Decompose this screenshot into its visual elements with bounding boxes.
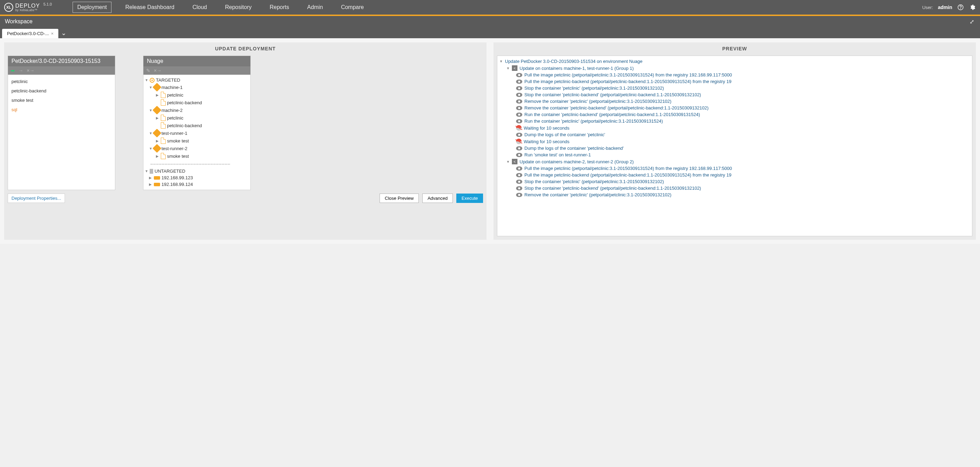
preview-step[interactable]: Stop the container 'petclinic' (petporta…	[500, 85, 970, 91]
preview-step[interactable]: ▼<Update on containers machine-2, test-r…	[500, 158, 970, 165]
execute-button[interactable]: Execute	[456, 194, 483, 203]
preview-step[interactable]: Stop the container 'petclinic-backend' (…	[500, 185, 970, 191]
deployed-item[interactable]: petclinic	[167, 92, 183, 98]
tree-toggle-icon[interactable]: ▼	[145, 169, 148, 173]
tab-menu-icon[interactable]: ⌄	[61, 29, 66, 37]
close-tab-icon[interactable]: ×	[51, 31, 54, 36]
collapse-icon[interactable]: ⤢	[968, 18, 975, 25]
tree-toggle-icon[interactable]: ▼	[506, 160, 510, 164]
settings-icon[interactable]	[969, 4, 976, 11]
remove-arrow-icon[interactable]: ×→	[154, 68, 161, 73]
preview-step[interactable]: Remove the container 'petclinic' (petpor…	[500, 98, 970, 105]
tree-toggle-icon[interactable]: ▶	[156, 116, 159, 120]
top-bar: XL DEPLOY by XebiaLabs™ 5.1.0 Deployment…	[0, 0, 980, 14]
preview-step[interactable]: Stop the container 'petclinic' (petporta…	[500, 178, 970, 185]
machine-name[interactable]: machine-2	[161, 108, 183, 113]
preview-step[interactable]: Waiting for 10 seconds	[500, 124, 970, 131]
tree-toggle-icon[interactable]: ▼	[149, 147, 153, 150]
nav-deployment[interactable]: Deployment	[73, 2, 111, 13]
nav-repository[interactable]: Repository	[221, 2, 256, 13]
package-item[interactable]: sql	[8, 105, 115, 114]
preview-step-label: Update on containers machine-2, test-run…	[520, 159, 634, 164]
tree-toggle-icon[interactable]: ▶	[149, 176, 153, 180]
deployed-item[interactable]: petclinic-backend	[167, 100, 202, 105]
tree-toggle-icon[interactable]: ▼	[149, 131, 153, 135]
edit-icon[interactable]: ✎	[146, 68, 150, 73]
nav-release-dashboard[interactable]: Release Dashboard	[121, 2, 178, 13]
preview-panel: PREVIEW ▼Update PetDocker 3.0-CD-2015090…	[493, 42, 976, 240]
host-icon	[154, 176, 160, 180]
preview-step[interactable]: Waiting for 10 seconds	[500, 138, 970, 145]
preview-step-label: Run 'smoke test' on test-runner-1	[524, 152, 591, 158]
deployed-item[interactable]: petclinic	[167, 115, 183, 121]
advanced-button[interactable]: Advanced	[422, 194, 453, 203]
machine-name[interactable]: test-runner-2	[161, 146, 187, 151]
deployed-item[interactable]: smoke test	[167, 154, 189, 159]
preview-step[interactable]: Pull the image petclinic-backend (petpor…	[500, 78, 970, 85]
close-preview-button[interactable]: Close Preview	[380, 194, 419, 203]
preview-step[interactable]: Dump the logs of the container 'petclini…	[500, 145, 970, 151]
tree-toggle-icon[interactable]: ▶	[156, 139, 159, 143]
preview-step[interactable]: ▼<Update on containers machine-1, test-r…	[500, 65, 970, 72]
preview-step-label: Stop the container 'petclinic' (petporta…	[524, 86, 664, 91]
preview-step[interactable]: Remove the container 'petclinic' (petpor…	[500, 191, 970, 198]
help-icon[interactable]	[957, 4, 964, 11]
preview-step[interactable]: Stop the container 'petclinic-backend' (…	[500, 91, 970, 98]
tree-toggle-icon[interactable]: ▶	[156, 154, 159, 158]
file-icon	[161, 115, 165, 121]
arrow-icon[interactable]: →	[18, 68, 23, 73]
preview-step[interactable]: Run 'smoke test' on test-runner-1	[500, 151, 970, 158]
wait-icon	[516, 139, 522, 144]
file-icon	[161, 92, 165, 98]
machine-name[interactable]: machine-1	[161, 85, 183, 90]
tree-toggle-icon[interactable]: ▶	[156, 93, 159, 97]
tree-toggle-icon[interactable]: ▼	[506, 66, 510, 70]
vendor-name: by XebiaLabs™	[15, 9, 40, 12]
deployed-item[interactable]: smoke test	[167, 138, 189, 143]
eye-icon	[516, 106, 522, 110]
eye-icon	[516, 166, 522, 171]
preview-step[interactable]: Pull the image petclinic (petportal/petc…	[500, 165, 970, 172]
preview-step-label: Waiting for 10 seconds	[524, 126, 570, 131]
eye-icon	[516, 73, 522, 77]
preview-step-label: Run the container 'petclinic' (petportal…	[524, 118, 663, 124]
preview-step[interactable]: Pull the image petclinic (petportal/petc…	[500, 72, 970, 78]
machine-name[interactable]: test-runner-1	[161, 131, 187, 136]
tree-toggle-icon[interactable]: ▼	[145, 78, 148, 82]
package-item[interactable]: smoke test	[8, 96, 115, 105]
tree-toggle-icon[interactable]: ▶	[149, 182, 153, 186]
preview-step[interactable]: Pull the image petclinic-backend (petpor…	[500, 172, 970, 178]
preview-step[interactable]: Run the container 'petclinic-backend' (p…	[500, 111, 970, 118]
nav-reports[interactable]: Reports	[265, 2, 293, 13]
logo: XL DEPLOY by XebiaLabs™	[4, 3, 40, 12]
host-name[interactable]: 192.168.99.123	[161, 175, 193, 180]
package-item[interactable]: petclinic-backend	[8, 86, 115, 96]
tree-toggle-icon[interactable]: ▼	[500, 59, 503, 63]
version-label: 5.1.0	[43, 2, 52, 6]
tree-toggle-icon[interactable]: ▼	[149, 86, 153, 89]
workspace-tab[interactable]: PetDocker/3.0-CD-... ×	[2, 29, 58, 38]
host-name[interactable]: 192.168.99.124	[161, 182, 193, 187]
file-icon	[161, 122, 165, 129]
package-item[interactable]: petclinic	[8, 77, 115, 86]
targeted-label: TARGETED	[156, 78, 180, 83]
deployment-properties-button[interactable]: Deployment Properties...	[8, 194, 65, 203]
preview-step[interactable]: ▼Update PetDocker 3.0-CD-20150903-151534…	[500, 58, 970, 65]
preview-step-label: Waiting for 10 seconds	[524, 139, 570, 144]
group-icon: <	[512, 159, 517, 164]
preview-step-label: Remove the container 'petclinic' (petpor…	[524, 192, 671, 198]
eye-icon	[516, 186, 522, 190]
nav-cloud[interactable]: Cloud	[188, 2, 211, 13]
main-nav: Deployment Release Dashboard Cloud Repos…	[73, 2, 368, 13]
preview-step[interactable]: Run the container 'petclinic' (petportal…	[500, 118, 970, 124]
deployed-item[interactable]: petclinic-backend	[167, 123, 202, 128]
nav-compare[interactable]: Compare	[337, 2, 368, 13]
preview-step[interactable]: Remove the container 'petclinic-backend'…	[500, 105, 970, 111]
preview-step[interactable]: Dump the logs of the container 'petclini…	[500, 131, 970, 138]
deploy-arrow-icon[interactable]: ➡	[11, 68, 15, 73]
tree-toggle-icon[interactable]: ▼	[149, 108, 153, 112]
remove-arrow-icon[interactable]: ×→	[27, 68, 34, 73]
user-label: User:	[922, 5, 933, 10]
nav-admin[interactable]: Admin	[303, 2, 327, 13]
preview-step-label: Remove the container 'petclinic' (petpor…	[524, 99, 671, 104]
